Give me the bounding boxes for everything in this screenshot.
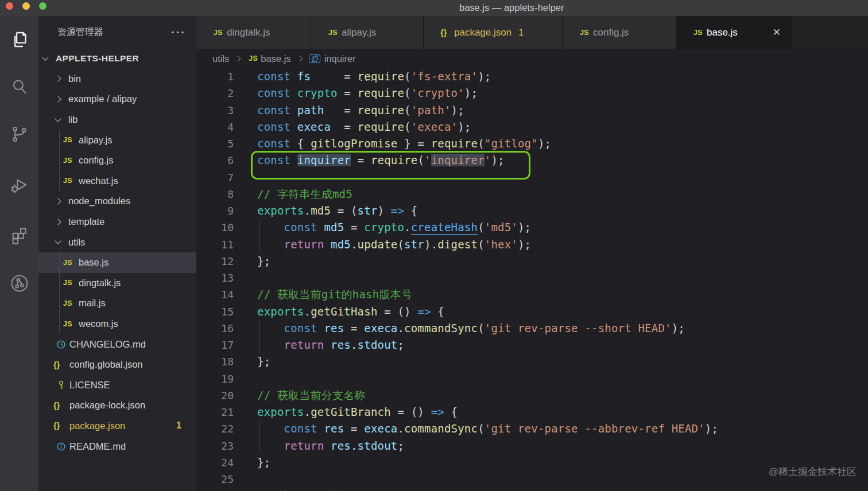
code-line-text: return res.stdout; xyxy=(257,337,404,353)
line-number: 22 xyxy=(196,420,234,437)
code-line-4: 4const execa = require('execa'); xyxy=(196,119,868,135)
tree-item-label: lib xyxy=(68,114,78,125)
tree-item-dingtalk-js[interactable]: JSdingtalk.js xyxy=(38,273,196,294)
tree-item-package-json[interactable]: {}package.json1 xyxy=(38,416,196,437)
tab-package-json[interactable]: {}package.json1 xyxy=(424,16,563,49)
source-control-icon[interactable] xyxy=(9,123,30,145)
code-line-text: exports.getGitHash = () => { xyxy=(257,303,444,320)
extensions-icon[interactable] xyxy=(9,224,30,246)
run-debug-icon[interactable] xyxy=(9,174,30,196)
line-number: 13 xyxy=(196,270,234,286)
code-line-25: 25 xyxy=(196,471,868,488)
minimize-window-button[interactable] xyxy=(22,2,30,10)
breadcrumb-item-base-js[interactable]: JSbase.js xyxy=(247,53,290,64)
breadcrumb-label: base.js xyxy=(261,53,290,64)
code-line-12: 12}; xyxy=(196,253,868,270)
js-file-icon: JS xyxy=(692,29,707,37)
code-line-text: return res.stdout; xyxy=(257,438,404,454)
code-line-10: 10 const md5 = crypto.createHash('md5'); xyxy=(196,219,868,236)
tree-item-label: CHANGELOG.md xyxy=(69,339,146,350)
breadcrumb-item-utils[interactable]: utils xyxy=(212,53,229,64)
search-icon[interactable] xyxy=(9,76,30,98)
tree-item-bin[interactable]: bin xyxy=(38,69,196,89)
indent-guide xyxy=(59,171,60,192)
tree-item-node-modules[interactable]: node_modules xyxy=(38,191,196,212)
chevron-down-icon xyxy=(55,237,61,244)
js-file-icon: JS xyxy=(61,320,79,328)
tree-item-mail-js[interactable]: JSmail.js xyxy=(38,293,196,314)
tree-item-license[interactable]: LICENSE xyxy=(38,375,196,396)
tree-item-label: dingtalk.js xyxy=(79,278,121,289)
code-line-text: // 获取当前分支名称 xyxy=(257,387,366,404)
code-line-11: 11 return md5.update(str).digest('hex'); xyxy=(196,236,868,253)
tree-item-base-js[interactable]: JSbase.js xyxy=(38,252,196,273)
line-number: 3 xyxy=(196,102,234,119)
line-number: 25 xyxy=(196,471,234,488)
tree-item-package-lock-json[interactable]: {}package-lock.json xyxy=(38,395,196,416)
sidebar-title: 资源管理器 xyxy=(57,26,171,38)
tree-item-label: mail.js xyxy=(79,298,106,309)
tree-item-wechat-js[interactable]: JSwechat.js xyxy=(38,171,196,192)
watermark: @稀土掘金技术社区 xyxy=(769,465,857,478)
tree-item-config-global-json[interactable]: {}config.global.json xyxy=(38,354,196,375)
tree-item-alipay-js[interactable]: JSalipay.js xyxy=(38,130,196,150)
tab-label: config.js xyxy=(593,27,629,38)
close-window-button[interactable] xyxy=(6,2,13,10)
chevron-down-icon xyxy=(42,54,48,60)
chevron-right-icon xyxy=(55,198,61,204)
tree-root-applets-helper[interactable]: APPLETS-HELPER xyxy=(38,48,196,69)
tab-modified-badge: 1 xyxy=(518,28,524,38)
git-graph-icon[interactable] xyxy=(9,272,30,294)
tab-bar: JSdingtalk.jsJSalipay.js{}package.json1J… xyxy=(196,16,868,49)
line-number: 6 xyxy=(196,152,234,169)
tree-item-example-alipay[interactable]: example / alipay xyxy=(38,89,196,110)
file-tree: APPLETS-HELPERbinexample / alipaylibJSal… xyxy=(38,48,196,457)
code-line-8: 8// 字符串生成md5 xyxy=(196,186,868,202)
tree-item-wecom-js[interactable]: JSwecom.js xyxy=(38,314,196,334)
tree-item-lib[interactable]: lib xyxy=(38,110,196,130)
code-line-text: const crypto = require('crypto'); xyxy=(257,85,478,102)
code-line-24: 24}; xyxy=(196,454,868,471)
clock-history-icon xyxy=(52,339,69,350)
tab-config-js[interactable]: JSconfig.js xyxy=(563,16,676,49)
tree-item-label: node_modules xyxy=(68,196,130,206)
tab-label: base.js xyxy=(707,27,738,38)
tree-item-label: bin xyxy=(68,73,81,84)
tree-item-readme-md[interactable]: README.md xyxy=(38,436,196,457)
line-number: 15 xyxy=(196,303,234,320)
tab-alipay-js[interactable]: JSalipay.js xyxy=(311,16,424,49)
zoom-window-button[interactable] xyxy=(39,2,46,10)
line-number: 4 xyxy=(196,119,234,135)
breadcrumb-label: utils xyxy=(212,53,229,64)
line-number: 21 xyxy=(196,404,234,420)
sidebar-header: 资源管理器 ··· xyxy=(38,16,196,48)
code-line-22: 22 const res = execa.commandSync('git re… xyxy=(196,420,868,437)
code-line-text: const res = execa.commandSync('git rev-p… xyxy=(257,420,718,437)
code-line-text: return md5.update(str).digest('hex'); xyxy=(257,236,531,253)
code-line-text: const execa = require('execa'); xyxy=(257,119,471,135)
tree-item-template[interactable]: template xyxy=(38,212,196,232)
code-editor[interactable]: 1const fs = require('fs-extra');2const c… xyxy=(196,68,868,491)
close-tab-icon[interactable]: ✕ xyxy=(773,26,781,38)
code-line-13: 13 xyxy=(196,270,868,286)
tree-item-label: template xyxy=(68,216,104,227)
code-line-18: 18}; xyxy=(196,353,868,370)
js-file-icon: JS xyxy=(327,29,342,37)
js-file-icon: JS xyxy=(212,29,227,37)
tree-item-label: wecom.js xyxy=(79,318,118,329)
tab-dingtalk-js[interactable]: JSdingtalk.js xyxy=(196,16,311,49)
tree-item-changelog-md[interactable]: CHANGELOG.md xyxy=(38,334,196,354)
tree-item-utils[interactable]: utils xyxy=(38,232,196,252)
tree-item-config-js[interactable]: JSconfig.js xyxy=(38,150,196,171)
more-actions-icon[interactable]: ··· xyxy=(171,26,186,39)
breadcrumb-item-inquirer[interactable]: inquirer xyxy=(309,53,356,64)
code-line-text: exports.getGitBranch = () => { xyxy=(257,404,458,420)
js-file-icon: JS xyxy=(61,259,79,267)
json-braces-icon: {} xyxy=(52,360,69,369)
tab-label: dingtalk.js xyxy=(227,27,270,38)
explorer-icon[interactable] xyxy=(9,29,30,50)
tab-base-js[interactable]: JSbase.js✕ xyxy=(676,16,792,49)
js-file-icon: JS xyxy=(61,157,79,165)
line-number: 12 xyxy=(196,253,234,270)
breadcrumb-separator-icon xyxy=(235,56,241,61)
